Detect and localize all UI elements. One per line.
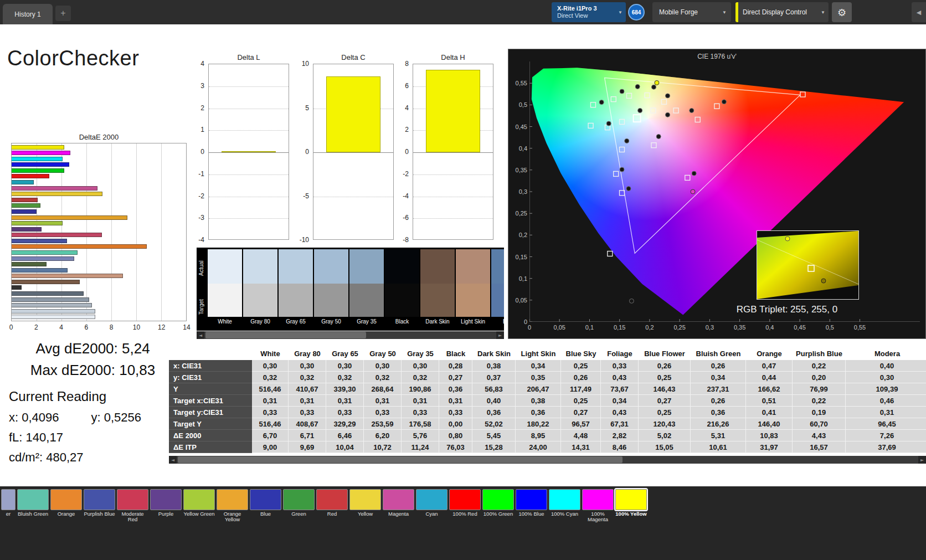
colorchecker-swatch: Dark Skin: [420, 249, 455, 331]
patch-button-moderate-red[interactable]: Moderate Red: [117, 489, 148, 523]
deltae-bar-row: [12, 145, 186, 150]
swatch-label: Dark Skin: [420, 317, 455, 328]
max-de2000-value: Max dE2000: 10,83: [0, 359, 186, 381]
table-cell: 0,27: [639, 395, 691, 407]
patch-button-magenta[interactable]: Magenta: [383, 489, 414, 523]
axis-tick-label: 3: [200, 82, 204, 90]
chevron-down-icon: ▼: [722, 10, 727, 15]
swatch-scrollbar[interactable]: ◄ ►: [197, 331, 504, 339]
patch-label: Purple: [150, 511, 182, 523]
patch-button-bluish-green[interactable]: Bluish Green: [17, 489, 49, 523]
scroll-right-icon[interactable]: ►: [918, 458, 926, 463]
table-cell: 0,22: [793, 360, 846, 372]
scrollbar-track[interactable]: [204, 331, 496, 339]
patch-label: 100% Cyan: [549, 511, 580, 523]
scrollbar-thumb[interactable]: [205, 332, 366, 338]
scrollbar-thumb[interactable]: [178, 456, 623, 463]
table-cell: 0,31: [252, 395, 289, 407]
table-cell: 0,32: [289, 372, 326, 383]
scroll-right-icon[interactable]: ►: [496, 333, 504, 338]
table-cell: 0,43: [601, 372, 639, 383]
reading-x: x: 0,4096: [9, 410, 59, 424]
target-row-label: Target: [198, 287, 204, 326]
axis-tick-label: 2: [405, 126, 409, 133]
chart-gridline: [209, 174, 289, 175]
table-cell: 0,31: [846, 407, 926, 418]
table-cell: 5,02: [639, 430, 691, 441]
deltae-bar-row: [12, 227, 186, 232]
table-cell: 0,30: [252, 360, 289, 372]
collapse-panel-button[interactable]: ◀: [912, 2, 926, 22]
axis-tick-label: -5: [303, 192, 309, 200]
deltae-bar: [12, 227, 42, 232]
axis-tick-label: 0: [510, 318, 527, 325]
patch-button-er[interactable]: er: [1, 489, 16, 523]
patch-color: [183, 489, 215, 510]
calman-window: History 1 + X-Rite i1Pro 3 Direct View ▼…: [0, 0, 926, 560]
table-cell: 0,33: [402, 407, 439, 418]
table-cell: 4,43: [793, 430, 846, 441]
zero-line: [413, 152, 493, 153]
column-header: [169, 348, 252, 360]
scrollbar-track[interactable]: [177, 456, 918, 464]
table-scrollbar[interactable]: ◄ ►: [169, 456, 926, 464]
workflow-selector[interactable]: Direct Display Control ▼: [735, 2, 829, 22]
reading-fl: fL: 140,17: [9, 428, 141, 448]
swatch-label: Gray 80: [243, 317, 277, 328]
row-label: Target x:CIE31: [169, 395, 252, 407]
patch-button-100-magenta[interactable]: 100% Magenta: [582, 489, 614, 523]
axis-tick-label: 0,55: [854, 324, 866, 331]
deltae-bar: [12, 198, 38, 202]
patch-button-orange-yellow[interactable]: Orange Yellow: [217, 489, 248, 523]
swatch-actual: [349, 249, 384, 284]
swatch-target: [314, 284, 348, 317]
table-cell: 166,62: [746, 383, 793, 395]
column-header: Modera: [846, 348, 926, 360]
patch-button-100-green[interactable]: 100% Green: [482, 489, 514, 523]
reading-y: y: 0,5256: [91, 410, 142, 424]
settings-button[interactable]: ⚙: [832, 2, 852, 22]
table-cell: 2,82: [601, 430, 639, 441]
deltae-2000-chart: [11, 143, 187, 321]
table-cell: 0,33: [364, 407, 402, 418]
table-cell: 329,29: [326, 418, 364, 430]
patch-button-red[interactable]: Red: [316, 489, 348, 523]
table-cell: 0,43: [601, 407, 639, 418]
current-reading-block: Current Reading x: 0,4096y: 0,5256 fL: 1…: [9, 387, 141, 467]
patch-button-yellow[interactable]: Yellow: [349, 489, 381, 523]
patch-button-green[interactable]: Green: [283, 489, 315, 523]
table-cell: 0,35: [516, 372, 561, 383]
deltae-bar: [12, 250, 78, 255]
scroll-left-icon[interactable]: ◄: [169, 458, 177, 463]
row-label: ΔE ITP: [169, 441, 252, 453]
patch-color: [250, 489, 281, 510]
cie-title: CIE 1976 u'v': [508, 53, 925, 60]
table-cell: 216,26: [691, 418, 746, 430]
swatch-target: [243, 284, 277, 317]
source-selector[interactable]: Mobile Forge ▼: [652, 2, 731, 22]
patch-button-blue[interactable]: Blue: [250, 489, 281, 523]
table-cell: 0,32: [364, 372, 402, 383]
patch-button-100-blue[interactable]: 100% Blue: [516, 489, 547, 523]
table-cell: 0,37: [472, 372, 516, 383]
patch-button-cyan[interactable]: Cyan: [416, 489, 447, 523]
axis-tick-label: 4: [200, 60, 204, 68]
patch-button-purple[interactable]: Purple: [150, 489, 182, 523]
scroll-left-icon[interactable]: ◄: [197, 333, 204, 338]
chart-gridline: [209, 109, 289, 109]
patch-button-yellow-green[interactable]: Yellow Green: [183, 489, 215, 523]
row-label: Target y:CIE31: [169, 407, 252, 418]
add-tab-button[interactable]: +: [55, 6, 71, 21]
patch-button-orange[interactable]: Orange: [50, 489, 82, 523]
tab-history-1[interactable]: History 1: [3, 4, 53, 24]
axis-tick-label: 8: [110, 323, 114, 331]
column-header: White: [252, 348, 289, 360]
patch-button-100-red[interactable]: 100% Red: [449, 489, 481, 523]
chart-gridline: [413, 218, 493, 219]
table-cell: 0,26: [639, 360, 691, 372]
patch-button-100-yellow[interactable]: 100% Yellow: [615, 489, 647, 523]
swatch-target: [456, 284, 490, 317]
meter-selector[interactable]: X-Rite i1Pro 3 Direct View ▼: [552, 2, 626, 22]
patch-button-100-cyan[interactable]: 100% Cyan: [549, 489, 580, 523]
patch-button-purplish-blue[interactable]: Purplish Blue: [84, 489, 115, 523]
